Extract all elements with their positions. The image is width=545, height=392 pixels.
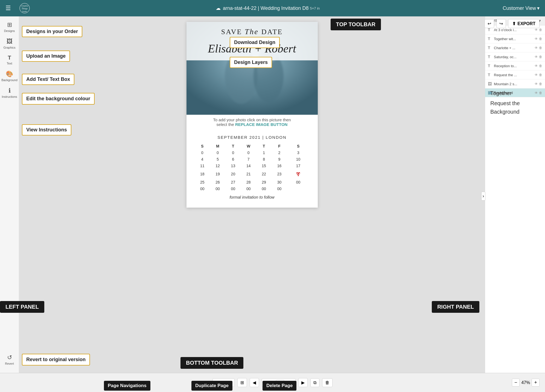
replace-image-button-text[interactable]: REPLACE IMAGE BUTTON <box>235 122 287 127</box>
sidebar-item-background[interactable]: 🎨 Background <box>0 68 19 84</box>
text-layer-icon: T <box>488 28 492 32</box>
layer-delete-btn[interactable]: 🗑 <box>539 82 542 86</box>
calendar-cell: 3 <box>287 149 310 156</box>
redo-button[interactable]: ↪ <box>496 19 506 28</box>
calendar-cell: 00 <box>195 185 210 192</box>
card-upper[interactable]: SAVE The DATE for the wedding of Elisabe… <box>186 22 318 115</box>
right-panel-collapse-button[interactable]: › <box>481 192 485 201</box>
undo-button[interactable]: ↩ <box>485 19 494 28</box>
sidebar-item-revert[interactable]: ↺ Revert <box>0 352 19 367</box>
page-indicator: Page of 2 <box>262 378 296 387</box>
zoom-controls: − 47% + <box>512 379 540 387</box>
left-sidebar: ⊞ Designs 🖼 Graphics T Text 🎨 Background… <box>0 16 19 373</box>
layer-delete-btn[interactable]: 🗑 <box>539 46 542 50</box>
calendar-row: 25262728293000 <box>195 179 310 185</box>
delete-page-button[interactable]: 🗑 <box>322 378 333 387</box>
sidebar-revert-label: Revert <box>5 362 14 365</box>
design-card[interactable]: SAVE The DATE for the wedding of Elisabe… <box>186 22 318 208</box>
sidebar-item-instructions[interactable]: ℹ Instructions <box>0 85 19 101</box>
calendar-cell: 15 <box>256 163 272 169</box>
calendar-cell: 30 <box>272 179 287 185</box>
layer-delete-btn[interactable]: 🗑 <box>539 37 542 41</box>
calendar-cell: 00 <box>210 185 225 192</box>
sidebar-item-designs[interactable]: ⊞ Designs <box>0 19 19 35</box>
hamburger-icon[interactable]: ☰ <box>5 5 11 12</box>
sidebar-item-graphics[interactable]: 🖼 Graphics <box>0 36 19 51</box>
replace-notice: To add your photo click on this picture … <box>186 115 318 129</box>
layer-item-l4[interactable]: T Saturday, oc... 👁 🗑 <box>485 52 545 61</box>
layer-actions: 👁 🗑 <box>535 64 542 68</box>
layer-name: Charlotte + ... <box>494 46 533 50</box>
layer-visibility-btn[interactable]: 👁 <box>535 37 538 41</box>
page-tab[interactable]: Page 1 <box>212 378 235 387</box>
calendar-cell: 22 <box>256 169 272 179</box>
prev-page-button[interactable]: ◀ <box>250 378 259 387</box>
layer-delete-btn[interactable]: 🗑 <box>539 28 542 32</box>
calendar-cell: 10 <box>287 156 310 163</box>
page-number-input[interactable] <box>276 380 284 386</box>
layer-item-l8[interactable]: Background 👁 🗑 <box>485 89 545 97</box>
layer-item-l7[interactable]: 🖼 Mountain 2 s... 👁 🗑 <box>485 79 545 89</box>
cal-header-m: M <box>210 143 225 149</box>
calendar-cell: 4 <box>195 156 210 163</box>
layer-name: Mountain 2 s... <box>494 82 533 86</box>
layer-visibility-btn[interactable]: 👁 <box>535 73 538 77</box>
calendar-cell: 18 <box>195 169 210 179</box>
calendar-cell: 7 <box>241 156 256 163</box>
calendar-cell: 0 <box>225 149 241 156</box>
layer-visibility-btn[interactable]: 👁 <box>535 91 538 95</box>
layer-item-l6[interactable]: T Request the ... 👁 🗑 <box>485 70 545 79</box>
layer-visibility-btn[interactable]: 👁 <box>535 64 538 68</box>
calendar-cell: 21 <box>241 169 256 179</box>
layer-name: Together wit... <box>494 37 533 41</box>
file-name: arna-stat-44-22 | Wedding Invitation D8 <box>223 5 309 11</box>
layer-visibility-btn[interactable]: 👁 <box>535 55 538 59</box>
revert-icon: ↺ <box>7 354 12 361</box>
calendar-cell: 20 <box>225 169 241 179</box>
calendar-row: 0000123 <box>195 149 310 156</box>
sidebar-text-label: Text <box>7 62 12 65</box>
zoom-in-button[interactable]: + <box>532 379 540 387</box>
layer-actions: 👁 🗑 <box>535 46 542 50</box>
file-size: 5×7 in <box>310 6 320 10</box>
layer-visibility-btn[interactable]: 👁 <box>535 46 538 50</box>
layer-actions: 👁 🗑 <box>535 55 542 59</box>
calendar-cell: 9 <box>272 156 287 163</box>
layer-delete-btn[interactable]: 🗑 <box>539 64 542 68</box>
calendar-cell: 12 <box>210 163 225 169</box>
top-bar-center: ☁ arna-stat-44-22 | Wedding Invitation D… <box>33 5 503 11</box>
calendar-cell: 11 <box>195 163 210 169</box>
calendar-header-row: S M T W T F S <box>195 143 310 149</box>
designs-icon: ⊞ <box>7 21 12 28</box>
the-word: The <box>245 27 261 36</box>
calendar-cell: 0 <box>210 149 225 156</box>
top-bar-right: Customer View ▾ <box>503 5 540 11</box>
layer-name: Background <box>494 91 533 95</box>
layer-item-l5[interactable]: T Reception to... 👁 🗑 <box>485 61 545 70</box>
toolbar-actions: ↩ ↪ ⬆ EXPORT <box>485 19 540 28</box>
duplicate-page-button[interactable]: ⧉ <box>310 378 319 387</box>
calendar-cell: 28 <box>241 179 256 185</box>
next-page-button[interactable]: ▶ <box>298 378 308 387</box>
layer-actions: 👁 🗑 <box>535 73 542 77</box>
zoom-out-button[interactable]: − <box>512 379 520 387</box>
grid-view-button[interactable]: ⊞ <box>237 378 247 387</box>
customer-view-button[interactable]: Customer View ▾ <box>503 5 540 11</box>
layer-actions: 👁 🗑 <box>535 28 542 32</box>
layer-visibility-btn[interactable]: 👁 <box>535 28 538 32</box>
layer-visibility-btn[interactable]: 👁 <box>535 82 538 86</box>
calendar-cell: 8 <box>256 156 272 163</box>
layer-name: At 3 o'clock i... <box>494 28 533 32</box>
layer-actions: 👁 🗑 <box>535 82 542 86</box>
calendar-row: 11121314151617 <box>195 163 310 169</box>
layer-item-l3[interactable]: T Charlotte + ... 👁 🗑 <box>485 43 545 52</box>
sidebar-item-text[interactable]: T Text <box>0 52 19 67</box>
calendar-cell: 00 <box>225 185 241 192</box>
layer-delete-btn[interactable]: 🗑 <box>539 73 542 77</box>
layer-delete-btn[interactable]: 🗑 <box>539 91 542 95</box>
layer-delete-btn[interactable]: 🗑 <box>539 55 542 59</box>
replace-notice-text1: To add your photo click on this picture … <box>213 117 291 122</box>
bottom-bar: Page 1 ⊞ ◀ Page of 2 ▶ ⧉ 🗑 − 47% + <box>0 373 545 392</box>
export-button[interactable]: ⬆ EXPORT <box>508 19 540 28</box>
layer-item-l2[interactable]: T Together wit... 👁 🗑 <box>485 34 545 43</box>
